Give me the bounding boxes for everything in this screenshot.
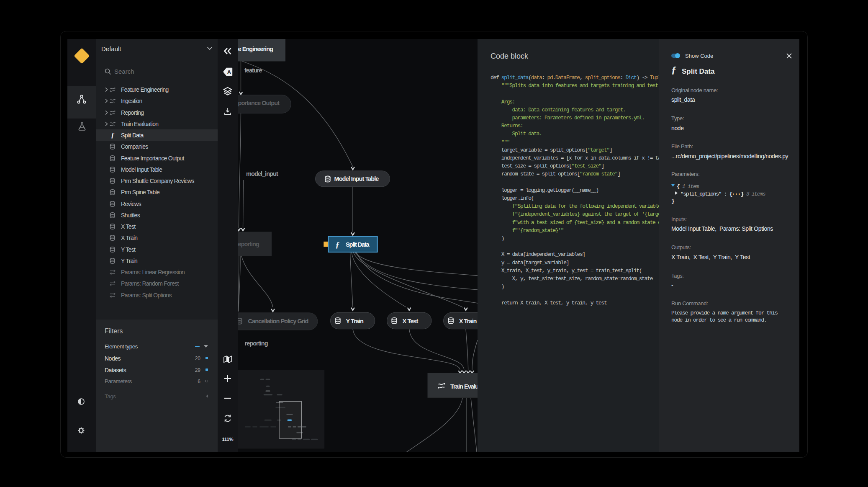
svg-text:A: A — [227, 69, 231, 75]
